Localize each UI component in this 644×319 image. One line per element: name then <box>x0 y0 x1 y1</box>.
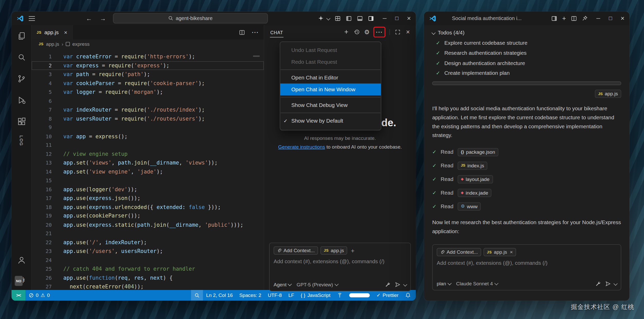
code-line[interactable]: 7var indexRouter = require('./routes/ind… <box>32 105 264 114</box>
run-debug-icon[interactable] <box>17 95 26 105</box>
code-line[interactable]: 4var cookieParser = require('cookie-pars… <box>32 79 264 87</box>
chat-input-placeholder[interactable]: Add context (#), extensions (@), command… <box>437 260 617 266</box>
code-line[interactable]: 16app.use(logger('dev')); <box>32 185 264 194</box>
todo-item[interactable]: ✓Research authentication strategies <box>432 50 621 56</box>
minimize-button[interactable]: ─ <box>383 15 387 21</box>
tools-icon[interactable] <box>595 280 601 287</box>
code-line[interactable]: 2var express = require('express'); <box>32 61 264 70</box>
menu-item-open-chat-in-editor[interactable]: Open Chat in Editor <box>280 71 381 83</box>
toggle-sidebar-left-icon[interactable] <box>345 15 352 22</box>
code-line[interactable]: 6 <box>32 96 264 105</box>
send-options-chevron-icon[interactable] <box>403 282 407 286</box>
code-line[interactable]: 11 <box>32 141 264 149</box>
tab-app-js[interactable]: JS app.js × <box>32 25 73 40</box>
tab-close-icon[interactable]: × <box>64 29 67 36</box>
breadcrumb[interactable]: JS app.js › express <box>32 40 264 49</box>
maximize-button[interactable]: □ <box>395 15 399 21</box>
add-file-icon[interactable]: + <box>351 247 355 254</box>
chat-settings-gear-icon[interactable]: ⚙ <box>362 27 371 36</box>
menu-icon[interactable] <box>29 16 35 21</box>
context-file-chip[interactable]: JS app.js <box>320 246 347 254</box>
code-line[interactable]: 3var path = require('path'); <box>32 70 264 79</box>
chat-more-actions-icon[interactable]: ··· <box>376 29 383 35</box>
code-line[interactable]: 20app.use(express.static(path.join(__dir… <box>32 220 264 229</box>
code-line[interactable]: 27 next(createError(404)); <box>32 282 264 290</box>
close-panel-icon[interactable]: × <box>403 27 412 36</box>
chat-history-icon[interactable] <box>352 27 361 36</box>
menu-item-open-chat-in-new-window[interactable]: Open Chat in New Window <box>280 84 381 95</box>
split-editor-icon[interactable] <box>239 29 245 36</box>
add-context-button[interactable]: Add Context... <box>274 246 318 254</box>
code-line[interactable]: 14app.set('view engine', 'jade'); <box>32 167 264 176</box>
encoding-status[interactable]: UTF-8 <box>264 290 285 301</box>
log-extension-icon[interactable]: LOG <box>19 135 24 146</box>
breadcrumb-file[interactable]: app.js <box>46 41 59 47</box>
todo-item[interactable]: ✓Create implementation plan <box>432 70 621 76</box>
code-line[interactable]: 1var createError = require('http-errors'… <box>32 52 264 61</box>
code-editor[interactable]: 1var createError = require('http-errors'… <box>32 49 264 290</box>
file-chip[interactable]: JSindex.js <box>458 161 487 170</box>
file-chip[interactable]: ◆layout.jade <box>458 175 493 183</box>
breadcrumb-symbol[interactable]: express <box>72 41 90 47</box>
maximize-button[interactable]: □ <box>609 15 612 21</box>
generate-instructions-link[interactable]: Generate instructions <box>278 144 325 150</box>
code-line[interactable]: 19app.use(cookieParser()); <box>32 211 264 220</box>
model-picker[interactable]: GPT-5 (Preview) <box>297 281 338 287</box>
explorer-icon[interactable] <box>17 31 26 41</box>
source-control-icon[interactable] <box>17 74 26 84</box>
code-line[interactable]: 13app.set('views', path.join(__dirname, … <box>32 158 264 167</box>
close-button[interactable]: × <box>407 15 411 22</box>
code-line[interactable]: 24 <box>32 256 264 264</box>
language-status-pill[interactable] <box>349 293 370 297</box>
code-line[interactable]: 8var usersRouter = require('./routes/use… <box>32 114 264 123</box>
file-chip[interactable]: {}package.json <box>458 148 498 156</box>
mode-picker[interactable]: Agent <box>274 281 291 287</box>
chat-input-box[interactable]: Add Context... JS app.js + Add context (… <box>269 243 411 291</box>
chevron-down-icon[interactable] <box>327 16 330 20</box>
code-line[interactable]: 5var logger = require('morgan'); <box>32 88 264 96</box>
remote-indicator[interactable]: >< <box>12 290 25 301</box>
code-line[interactable]: 9 <box>32 123 264 132</box>
code-line[interactable]: 26app.use(function(req, res, next) { <box>32 273 264 282</box>
customize-layout-icon[interactable] <box>334 15 341 22</box>
search-box[interactable]: agent-bikeshare <box>113 13 268 23</box>
send-options-chevron-icon[interactable] <box>613 282 617 286</box>
account-icon[interactable] <box>17 256 26 265</box>
pin-icon[interactable] <box>582 15 588 21</box>
file-chip[interactable]: ◆index.jade <box>458 189 491 197</box>
toggle-sidebar-right-icon[interactable] <box>367 15 374 22</box>
add-context-button[interactable]: Add Context... <box>437 248 481 256</box>
notifications-bell-icon[interactable] <box>402 290 416 301</box>
back-icon[interactable]: ← <box>85 15 93 22</box>
send-icon[interactable] <box>395 281 400 287</box>
editor-more-actions-icon[interactable]: ··· <box>252 29 259 36</box>
context-file-chip[interactable]: JS app.js × <box>484 248 516 256</box>
split-editor-icon[interactable] <box>571 15 577 22</box>
code-line[interactable]: 22app.use('/', indexRouter); <box>32 238 264 247</box>
code-line[interactable]: 23app.use('/users', usersRouter); <box>32 247 264 256</box>
problems-status[interactable]: 0 ⚠ 0 <box>25 290 53 301</box>
zoom-status-icon[interactable] <box>191 290 203 301</box>
todos-header[interactable]: Todos (4/4) <box>432 30 621 36</box>
code-line[interactable]: 17app.use(express.json()); <box>32 194 264 203</box>
minimap[interactable] <box>253 56 260 57</box>
tools-icon[interactable] <box>384 281 391 287</box>
cursor-position[interactable]: Ln 2, Col 16 <box>203 290 236 301</box>
minimize-button[interactable]: ─ <box>596 15 600 21</box>
chat-panel-title[interactable]: CHAT <box>270 26 283 37</box>
menu-item-show-chat-debug-view[interactable]: Show Chat Debug View <box>280 99 381 111</box>
mode-picker[interactable]: plan <box>437 281 451 286</box>
remove-context-icon[interactable]: × <box>510 249 513 255</box>
todo-item[interactable]: ✓Design authentication architecture <box>432 60 621 66</box>
settings-gear-icon[interactable]: ⚙ NO <box>17 276 25 285</box>
horizontal-scrollbar[interactable] <box>432 81 621 85</box>
menu-item-show-view-by-default[interactable]: ✓Show View by Default <box>280 115 381 126</box>
code-line[interactable]: 25// catch 404 and forward to error hand… <box>32 265 264 273</box>
new-chat-icon[interactable]: + <box>342 27 351 36</box>
toggle-panel-icon[interactable] <box>356 15 363 22</box>
search-sidebar-icon[interactable] <box>17 53 26 62</box>
eol-status[interactable]: LF <box>285 290 297 301</box>
code-line[interactable]: 10var app = express(); <box>32 132 264 141</box>
chat-input-box[interactable]: Add Context... JS app.js × Add context (… <box>432 244 621 290</box>
language-status[interactable]: { } JavaScript <box>297 290 334 301</box>
